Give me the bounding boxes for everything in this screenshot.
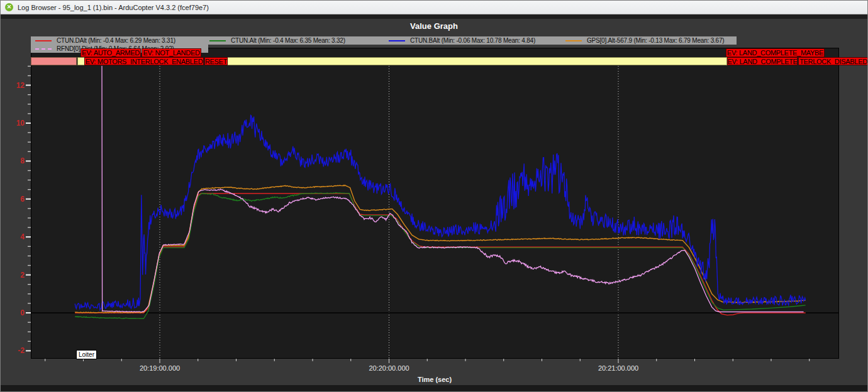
event-box-evland_complete: EV: LAND_COMPLETE — [727, 57, 798, 65]
log-browser-window: ✕ Log Browser - 95_log_1 (1).bin - ArduC… — [0, 0, 868, 392]
legend-label: CTUN.BAlt (Min: -0.06 Max: 10.78 Mean: 4… — [410, 37, 535, 44]
graph-panel: Value Graph CTUN.DAlt (Min: -0.4 Max: 6.… — [1, 14, 867, 391]
legend-item-CTUN.Alt[interactable]: CTUN.Alt (Min: -0.4 Max: 6.35 Mean: 3.32… — [209, 36, 345, 45]
event-box-terlock_disabled: TERLOCK_DISABLED — [798, 57, 868, 65]
legend-swatch-icon — [565, 40, 582, 41]
y-axis-tick-label-10: 10 — [6, 119, 25, 128]
event-duration-bar-2 — [226, 57, 727, 65]
y-axis-tick-label-0: 0 — [6, 308, 25, 317]
window-title: Log Browser - 95_log_1 (1).bin - ArduCop… — [18, 4, 209, 11]
event-box-evauto_armed: EV: AUTO_ARMED — [81, 48, 141, 57]
legend-label: CTUN.DAlt (Min: -0.4 Max: 6.29 Mean: 3.3… — [57, 37, 175, 44]
event-box-evmotors_interlock_enabled: EV: MOTORS_INTERLOCK_ENABLED — [84, 57, 204, 65]
legend-swatch-icon — [389, 40, 405, 41]
legend-item-CTUN.DAlt[interactable]: CTUN.DAlt (Min: -0.4 Max: 6.29 Mean: 3.3… — [35, 36, 175, 45]
top-divider — [1, 14, 867, 19]
x-axis-tick-label: 20:19:00.000 — [140, 364, 180, 372]
legend-swatch-icon — [209, 40, 226, 41]
y-axis-tick-label-12: 12 — [6, 81, 25, 90]
legend-swatch-icon — [35, 48, 52, 50]
x-axis-tick-label: 20:20:00.000 — [369, 364, 409, 372]
graph-title: Value Graph — [1, 21, 867, 31]
event-duration-bar-0 — [31, 57, 77, 65]
legend-label: CTUN.Alt (Min: -0.4 Max: 6.35 Mean: 3.32… — [231, 37, 345, 44]
event-box-evnot_landed: EV: NOT_LANDED — [142, 48, 201, 57]
y-axis-tick-label-8: 8 — [6, 156, 25, 165]
y-axis-tick-label-6: 6 — [6, 195, 25, 204]
y-axis-tick-label--2: -2 — [6, 346, 25, 355]
bottom-divider — [1, 385, 867, 392]
legend-swatch-icon — [35, 40, 52, 41]
y-axis-tick-label-4: 4 — [6, 232, 25, 241]
event-box-reset: RESET — [204, 57, 228, 65]
legend-label: GPS[0].Alt-567.9 (Min: -0.13 Max: 6.79 M… — [587, 37, 724, 44]
flight-mode-label: Loiter — [76, 350, 97, 359]
x-axis-tick-label: 20:21:00.000 — [598, 364, 638, 372]
y-axis-tick-label-2: 2 — [6, 271, 25, 280]
title-bar: ✕ Log Browser - 95_log_1 (1).bin - ArduC… — [1, 1, 867, 14]
x-axis-title: Time (sec) — [418, 376, 452, 383]
plot-area[interactable] — [31, 48, 839, 359]
event-box-evland_complete_maybe: EV: LAND_COMPLETE_MAYBE — [726, 48, 825, 57]
legend-item-CTUN.BAlt[interactable]: CTUN.BAlt (Min: -0.06 Max: 10.78 Mean: 4… — [389, 36, 535, 45]
legend-item-GPS[0].Alt-567.9[interactable]: GPS[0].Alt-567.9 (Min: -0.13 Max: 6.79 M… — [565, 36, 724, 45]
app-icon: ✕ — [5, 3, 13, 11]
